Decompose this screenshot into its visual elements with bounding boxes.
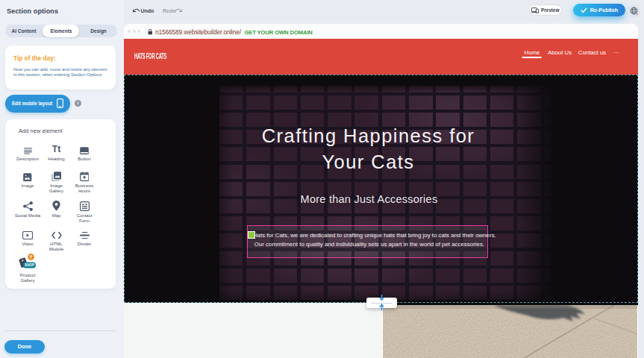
svg-text:SHOP: SHOP xyxy=(25,263,34,267)
